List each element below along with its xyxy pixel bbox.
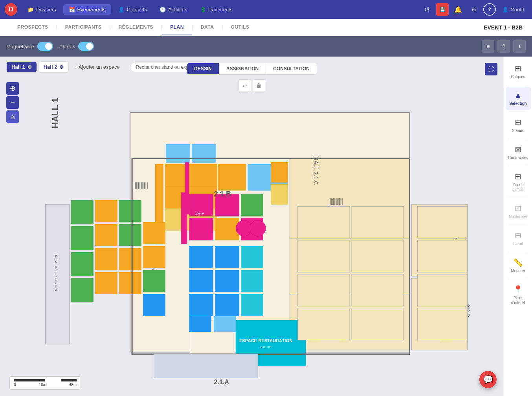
svg-rect-69	[139, 182, 140, 189]
selection-tool[interactable]: ▲ Sélection	[506, 87, 531, 110]
app-logo: D	[5, 3, 17, 16]
nav-evenements[interactable]: 📅 Événements	[63, 4, 111, 15]
hall1-settings-icon[interactable]: ⚙	[28, 64, 32, 70]
hall2-tab[interactable]: Hall 2 ⚙	[39, 61, 69, 73]
calques-label: Calques	[511, 75, 525, 79]
svg-rect-101	[352, 308, 404, 340]
zoom-out-button[interactable]: −	[6, 96, 19, 109]
hall2-label: Hall 2	[44, 64, 57, 70]
notifications-button[interactable]: 🔔	[452, 3, 464, 16]
print-button[interactable]: 🖨	[6, 110, 19, 123]
subnav-outils[interactable]: OUTILS	[223, 20, 257, 35]
alertes-label: Alertes	[59, 44, 75, 50]
toolbar-help-button[interactable]: ?	[497, 40, 510, 53]
nav-paiements-label: Paiements	[209, 7, 233, 13]
mesurer-label: Mesurer	[511, 269, 525, 273]
sidebar-sep-1	[509, 85, 528, 85]
floor-plan[interactable]: ESPACE RESTAURATION 210 m² HALL 1 2.1.B …	[0, 57, 504, 396]
nav-contacts[interactable]: 👤 Contacts	[113, 4, 152, 15]
svg-rect-87	[143, 222, 165, 244]
help-button[interactable]: ?	[483, 3, 496, 16]
svg-rect-23	[119, 272, 141, 294]
svg-rect-75	[330, 198, 330, 205]
svg-rect-107	[154, 354, 258, 378]
subnav-data[interactable]: DATA	[193, 20, 222, 35]
svg-rect-76	[331, 198, 332, 205]
sidebar-sep-3	[509, 139, 528, 139]
svg-rect-95	[298, 240, 350, 272]
top-navigation: D 📁 Dossiers 📅 Événements 👤 Contacts 🕐 A…	[0, 0, 532, 19]
svg-text:HALL 2.1.C: HALL 2.1.C	[313, 156, 319, 185]
zones-dimpl-tool[interactable]: ⊞ Zones d'impl.	[506, 168, 531, 196]
magnetisme-toggle[interactable]	[37, 42, 53, 51]
consultation-tab[interactable]: CONSULTATION	[266, 63, 317, 74]
numeroter-tool[interactable]: ⊡ Numéroter	[506, 200, 531, 223]
selection-label: Sélection	[509, 101, 526, 106]
numeroter-icon: ⊡	[515, 204, 521, 213]
selection-icon: ▲	[514, 91, 522, 100]
calques-icon: ⊞	[515, 64, 521, 73]
subnav-reglements[interactable]: RÈGLEMENTS	[111, 20, 161, 35]
point-interet-tool[interactable]: 📍 Point d'intérêt	[506, 281, 531, 309]
add-space-button[interactable]: + Ajouter un espace	[70, 61, 123, 73]
svg-rect-20	[119, 200, 141, 222]
subnav-plan[interactable]: PLAN	[162, 20, 192, 35]
numeroter-label: Numéroter	[509, 214, 527, 219]
filter-button[interactable]: ≡	[482, 40, 494, 53]
nav-paiements[interactable]: 💲 Paiements	[194, 4, 238, 15]
svg-rect-102	[418, 206, 468, 238]
svg-rect-94	[298, 206, 350, 238]
hall-tabs: Hall 1 ⚙ Hall 2 ⚙ + Ajouter un espace	[6, 61, 124, 73]
sub-navigation: PROSPECTS | PARTICIPANTS | RÈGLEMENTS | …	[0, 19, 532, 36]
nav-dossiers-label: Dossiers	[36, 7, 56, 13]
zones-label: Zones d'impl.	[508, 183, 528, 192]
zoom-in-button[interactable]: ⊕	[6, 82, 19, 95]
svg-rect-73	[146, 182, 146, 189]
settings-button[interactable]: ⚙	[468, 3, 480, 16]
contacts-icon: 👤	[118, 7, 125, 13]
contraintes-tool[interactable]: ⊠ Contraintes	[506, 141, 531, 164]
undo-button[interactable]: ↩	[238, 79, 251, 92]
sidebar-sep-7	[509, 252, 528, 252]
chat-button[interactable]: 💬	[479, 371, 497, 388]
nav-activites[interactable]: 🕐 Activités	[154, 4, 193, 15]
event-title: EVENT 1 - B2B	[484, 24, 523, 31]
save-button[interactable]: 💾	[436, 3, 449, 16]
nav-dossiers[interactable]: 📁 Dossiers	[22, 4, 62, 15]
calques-tool[interactable]: ⊞ Calques	[506, 60, 531, 83]
map-area[interactable]: Hall 1 ⚙ Hall 2 ⚙ + Ajouter un espace DE…	[0, 57, 504, 396]
alertes-toggle[interactable]	[78, 42, 94, 51]
label-icon: ⊟	[515, 231, 521, 240]
main-area: Hall 1 ⚙ Hall 2 ⚙ + Ajouter un espace DE…	[0, 57, 532, 396]
hall1-tab[interactable]: Hall 1 ⚙	[6, 61, 37, 73]
toggle-knob	[45, 43, 52, 50]
svg-rect-104	[418, 274, 468, 306]
subnav-participants[interactable]: PARTICIPANTS	[57, 20, 110, 35]
dessin-tab[interactable]: DESSIN	[187, 63, 219, 74]
label-tool[interactable]: ⊟ Label	[506, 227, 531, 250]
assignation-tab[interactable]: ASSIGNATION	[219, 63, 266, 74]
svg-point-41	[250, 220, 266, 236]
user-menu-button[interactable]: 👤 Spottt	[499, 5, 527, 14]
mesurer-tool[interactable]: 📏 Mesurer	[506, 254, 531, 277]
sidebar-sep-6	[509, 225, 528, 225]
paiements-icon: 💲	[200, 7, 206, 13]
svg-text:2.1.B: 2.1.B	[214, 190, 231, 198]
svg-rect-10	[166, 145, 190, 163]
fullscreen-button[interactable]: ⛶	[485, 63, 497, 75]
svg-rect-77	[332, 198, 334, 205]
svg-rect-19	[95, 272, 117, 294]
subnav-prospects[interactable]: PROSPECTS	[9, 20, 56, 35]
svg-text:210 m²: 210 m²	[260, 345, 271, 349]
label-label: Label	[513, 242, 523, 246]
view-tabs: DESSIN ASSIGNATION CONSULTATION	[187, 63, 317, 75]
dossiers-icon: 📁	[28, 7, 34, 13]
delete-button[interactable]: 🗑	[253, 79, 265, 92]
stands-label: Stands	[512, 128, 524, 133]
stands-tool[interactable]: ⊟ Stands	[506, 114, 531, 137]
hall2-settings-icon[interactable]: ⚙	[59, 64, 64, 70]
toolbar-info-button[interactable]: i	[513, 40, 526, 53]
svg-rect-35	[215, 270, 239, 292]
refresh-button[interactable]: ↺	[420, 3, 433, 16]
sub-nav-items: PROSPECTS | PARTICIPANTS | RÈGLEMENTS | …	[9, 20, 484, 35]
